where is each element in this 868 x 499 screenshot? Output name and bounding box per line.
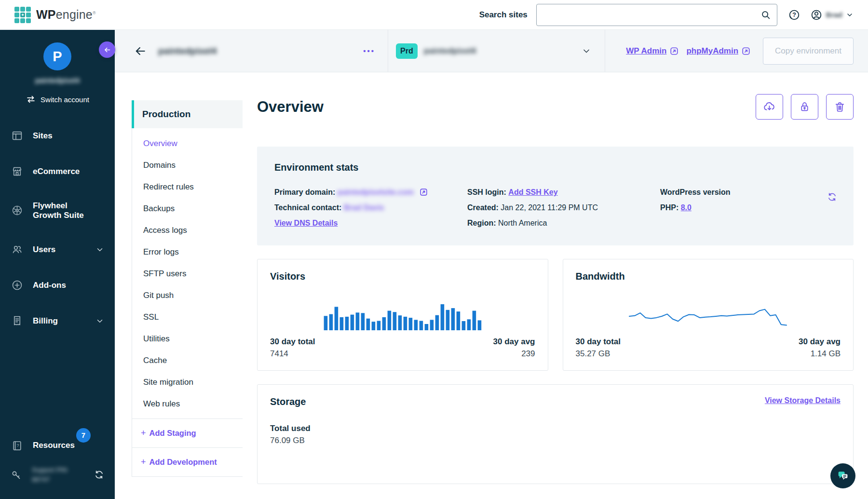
bandwidth-total-value: 35.27 GB: [576, 349, 621, 359]
sites-icon: [11, 130, 23, 142]
submenu-item-web-rules[interactable]: Web rules: [143, 399, 243, 409]
add-ssh-key-link[interactable]: Add SSH Key: [508, 188, 557, 196]
copy-environment-button[interactable]: Copy environment: [763, 38, 854, 65]
swap-arrows-icon: [26, 94, 36, 105]
collapse-sidebar-button[interactable]: [99, 41, 115, 58]
phpmyadmin-link[interactable]: phpMyAdmin: [686, 46, 738, 56]
wpengine-logo[interactable]: WPengine®: [14, 7, 96, 23]
php-version-link[interactable]: 8.0: [681, 203, 692, 212]
trash-icon-button[interactable]: [826, 94, 854, 120]
sidebar-item-sites[interactable]: Sites: [0, 130, 115, 142]
bandwidth-total-label: 30 day total: [576, 337, 621, 347]
environment-stats-panel: Environment stats Primary domain: painte…: [257, 147, 854, 245]
wp-admin-link[interactable]: WP Admin: [626, 46, 666, 56]
search-sites-input[interactable]: [542, 11, 760, 19]
switch-account-label: Switch account: [41, 95, 89, 104]
sidebar-item-label: eCommerce: [33, 167, 80, 176]
search-icon[interactable]: [760, 10, 771, 20]
storage-used-value: 76.09 GB: [270, 436, 841, 445]
primary-domain-label: Primary domain:: [274, 188, 335, 196]
resources-count-badge: 7: [76, 428, 91, 443]
view-storage-details-link[interactable]: View Storage Details: [765, 396, 841, 405]
add-staging-button[interactable]: +Add Staging: [132, 418, 243, 447]
environment-actions-section: WP Admin phpMyAdmin Copy environment: [605, 30, 868, 72]
ssh-login-label: SSH login:: [467, 188, 506, 196]
chat-bubbles-icon: [836, 469, 850, 483]
storefront-icon: [11, 165, 23, 177]
submenu-item-domains[interactable]: Domains: [143, 161, 243, 170]
flywheel-icon: [11, 204, 23, 216]
site-name: paintedpixel4: [158, 46, 217, 56]
receipt-icon: [11, 315, 23, 327]
sidebar-item-resources[interactable]: ?Resources7: [0, 440, 115, 452]
wpengine-logo-text: WPengine®: [36, 8, 96, 22]
technical-contact-value[interactable]: Brad Davis: [344, 203, 384, 212]
sidebar-item-flywheel-growth-suite[interactable]: Flywheel Growth Suite: [0, 201, 115, 220]
view-dns-details-link[interactable]: View DNS Details: [274, 219, 338, 227]
live-chat-button[interactable]: [830, 463, 855, 488]
lock-environment-button[interactable]: [791, 94, 818, 120]
bandwidth-card: Bandwidth 30 day total 35.27 GB 3: [563, 259, 854, 371]
cloud-download-icon: [763, 100, 776, 113]
sidebar-item-users[interactable]: Users: [0, 243, 115, 256]
sidebar-item-label: Billing: [33, 316, 58, 326]
add-development-button[interactable]: +Add Development: [132, 447, 243, 477]
sidebar-item-label: Add-ons: [33, 281, 66, 290]
account-avatar[interactable]: P: [43, 42, 71, 70]
sidebar-item-billing[interactable]: Billing: [0, 315, 115, 327]
site-more-menu-button[interactable]: •••: [363, 47, 375, 55]
created-label: Created:: [467, 203, 499, 212]
add-development-label: Add Development: [149, 458, 217, 466]
help-headset-icon[interactable]: ?: [788, 9, 800, 21]
visitors-total-value: 7414: [270, 349, 315, 359]
primary-domain-value[interactable]: paintedpixelsite.com: [338, 188, 414, 196]
switch-account-button[interactable]: Switch account: [0, 94, 115, 105]
environment-selector[interactable]: Prd paintedpixel4: [388, 30, 605, 72]
back-arrow-button[interactable]: [134, 45, 147, 57]
sidebar-item-label: Sites: [33, 131, 53, 141]
support-pin-value: 88747: [32, 476, 50, 483]
sidebar-item-add-ons[interactable]: Add-ons: [0, 279, 115, 291]
submenu-item-access-logs[interactable]: Access logs: [143, 226, 243, 235]
submenu-item-ssl[interactable]: SSL: [143, 312, 243, 322]
submenu-item-git-push[interactable]: Git push: [143, 291, 243, 300]
chevron-down-icon: [95, 317, 104, 325]
bandwidth-line-chart: [628, 303, 787, 330]
submenu-item-site-migration[interactable]: Site migration: [143, 378, 243, 387]
trash-icon: [834, 101, 846, 113]
chevron-down-icon: [95, 245, 104, 254]
page-title: Overview: [257, 98, 324, 116]
backup-download-button[interactable]: [756, 94, 783, 120]
sidebar-item-label: Users: [33, 245, 55, 255]
lock-icon: [799, 101, 811, 113]
bandwidth-avg-value: 1.14 GB: [799, 349, 841, 359]
submenu-item-redirect-rules[interactable]: Redirect rules: [143, 182, 243, 192]
external-link-icon[interactable]: [420, 188, 428, 196]
visitors-bar-chart: [323, 303, 482, 330]
refresh-stats-icon[interactable]: [827, 192, 837, 202]
submenu-item-overview[interactable]: Overview: [143, 139, 243, 148]
sidebar-item-label: Flywheel Growth Suite: [33, 201, 91, 220]
account-menu[interactable]: Brad: [810, 9, 854, 21]
plus-circle-icon: [11, 279, 23, 291]
logo-word-light: engine: [56, 8, 93, 21]
storage-used-label: Total used: [270, 424, 841, 433]
submenu-item-cache[interactable]: Cache: [143, 356, 243, 365]
stats-column-versions: WordPress version PHP: 8.0: [660, 185, 731, 231]
submenu-item-backups[interactable]: Backups: [143, 204, 243, 214]
external-link-icon: [742, 47, 750, 55]
php-label: PHP:: [660, 203, 678, 212]
stats-column-domain: Primary domain: paintedpixelsite.com Tec…: [274, 185, 467, 231]
production-menu-list: OverviewDomainsRedirect rulesBackupsAcce…: [132, 128, 243, 418]
production-submenu: Production OverviewDomainsRedirect rules…: [132, 100, 243, 499]
svg-text:?: ?: [792, 12, 796, 18]
submenu-item-sftp-users[interactable]: SFTP users: [143, 269, 243, 279]
sidebar-item-ecommerce[interactable]: eCommerce: [0, 165, 115, 177]
search-sites-box: [536, 4, 777, 26]
submenu-item-error-logs[interactable]: Error logs: [143, 247, 243, 257]
submenu-item-utilities[interactable]: Utilities: [143, 334, 243, 344]
user-avatar-icon: [810, 9, 823, 21]
refresh-pin-icon[interactable]: [94, 470, 104, 480]
technical-contact-label: Technical contact:: [274, 203, 341, 212]
visitors-avg-label: 30 day avg: [493, 337, 535, 347]
